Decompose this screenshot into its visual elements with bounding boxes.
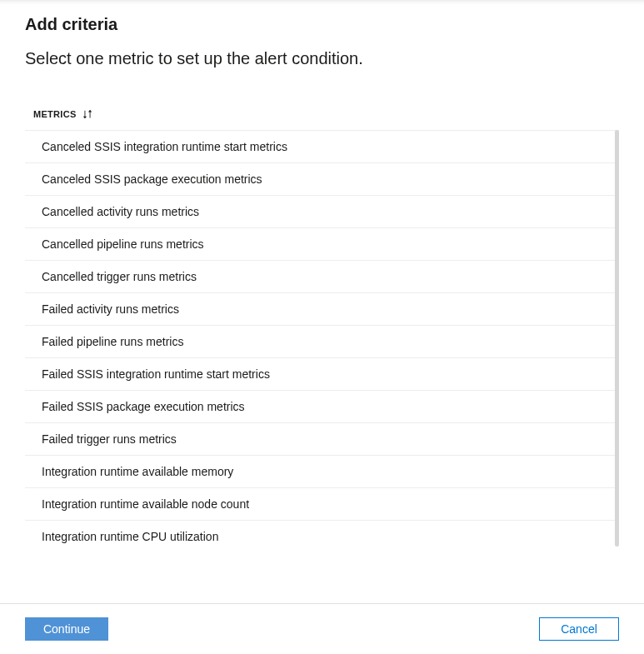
list-item[interactable]: Integration runtime available memory xyxy=(25,455,619,487)
scrollbar[interactable] xyxy=(615,130,619,547)
metrics-column-header[interactable]: METRICS xyxy=(25,108,619,130)
list-item[interactable]: Failed pipeline runs metrics xyxy=(25,325,619,357)
metrics-header-label: METRICS xyxy=(33,109,77,119)
sort-icon xyxy=(82,108,93,120)
list-item[interactable]: Failed SSIS package execution metrics xyxy=(25,390,619,422)
list-item[interactable]: Canceled SSIS package execution metrics xyxy=(25,162,619,195)
list-item[interactable]: Failed activity runs metrics xyxy=(25,292,619,325)
list-item[interactable]: Failed trigger runs metrics xyxy=(25,422,619,455)
list-item[interactable]: Cancelled pipeline runs metrics xyxy=(25,227,619,260)
cancel-button[interactable]: Cancel xyxy=(539,617,619,641)
add-criteria-panel: Add criteria Select one metric to set up… xyxy=(0,0,644,654)
list-item[interactable]: Cancelled trigger runs metrics xyxy=(25,260,619,292)
metrics-list[interactable]: Canceled SSIS integration runtime start … xyxy=(25,130,619,552)
footer: Continue Cancel xyxy=(0,603,644,654)
panel-title: Add criteria xyxy=(25,15,619,34)
list-item[interactable]: Canceled SSIS integration runtime start … xyxy=(25,130,619,162)
list-item[interactable]: Cancelled activity runs metrics xyxy=(25,195,619,227)
metrics-list-wrapper: Canceled SSIS integration runtime start … xyxy=(25,130,619,603)
list-item[interactable]: Integration runtime available node count xyxy=(25,487,619,520)
list-item[interactable]: Failed SSIS integration runtime start me… xyxy=(25,357,619,390)
content-area: Add criteria Select one metric to set up… xyxy=(0,0,644,603)
continue-button[interactable]: Continue xyxy=(25,617,108,641)
list-item[interactable]: Integration runtime CPU utilization xyxy=(25,520,619,552)
panel-subtitle: Select one metric to set up the alert co… xyxy=(25,49,619,68)
